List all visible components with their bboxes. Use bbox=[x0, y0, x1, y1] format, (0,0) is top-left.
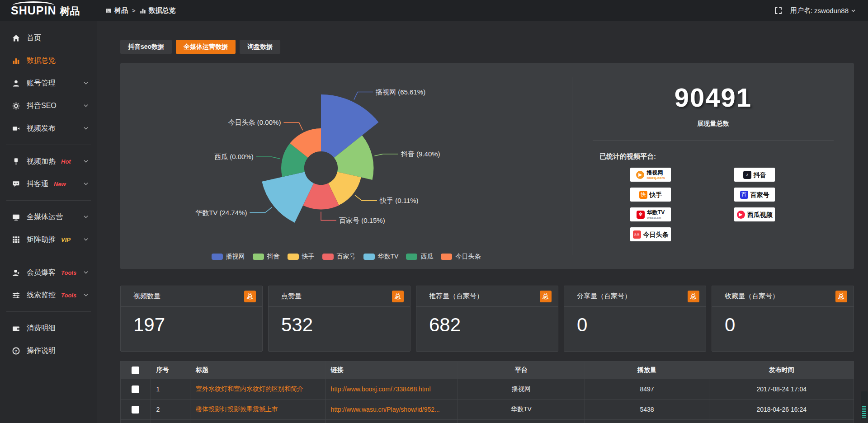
sidebar-item-chat[interactable]: 抖客通New bbox=[0, 173, 97, 195]
stat-card-header: 视频数量总 bbox=[121, 286, 262, 307]
platform-texts: 快手 bbox=[650, 192, 662, 198]
row-platform-cell: 华数TV bbox=[458, 400, 585, 420]
video-icon bbox=[12, 125, 20, 132]
chevron-down-icon bbox=[83, 125, 89, 132]
chevron-down-icon bbox=[83, 158, 89, 164]
pie-slice-4[interactable] bbox=[262, 172, 314, 223]
sidebar-item-label: 抖音SEO bbox=[27, 101, 57, 111]
row-index-cell: 2 bbox=[151, 400, 190, 420]
floating-widget[interactable] bbox=[861, 391, 868, 420]
tab-2[interactable]: 询盘数据 bbox=[240, 40, 280, 54]
sidebar-badge-hot: Hot bbox=[61, 158, 71, 165]
home-icon bbox=[12, 34, 20, 42]
platform-name: 西瓜视频 bbox=[747, 212, 773, 218]
stat-card-0: 视频数量总197 bbox=[120, 286, 263, 352]
platform-badge-wasu: ✻华数TVwasu.cn bbox=[630, 207, 671, 221]
legend-item-2[interactable]: 快手 bbox=[288, 253, 315, 261]
rose-pie-chart: 播视网 (65.61%)抖音 (9.40%)快手 (0.11%)百家号 (0.1… bbox=[120, 63, 572, 269]
legend-label: 快手 bbox=[302, 253, 315, 261]
stat-card-label: 点赞量 bbox=[281, 292, 302, 301]
platform-name: 播视网 bbox=[646, 170, 663, 175]
sidebar-item-member[interactable]: 会员爆客Tools bbox=[0, 261, 97, 284]
chevron-down-icon bbox=[83, 292, 89, 298]
platform-badge-kuaishou: 快快手 bbox=[630, 188, 671, 202]
tab-0[interactable]: 抖音seo数据 bbox=[120, 40, 172, 54]
row-checkbox-cell bbox=[121, 420, 151, 423]
sidebar-item-user[interactable]: 账号管理 bbox=[0, 72, 97, 94]
sidebar-item-wallet[interactable]: 消费明细 bbox=[0, 317, 97, 339]
fullscreen-icon[interactable] bbox=[774, 7, 782, 14]
sidebar-item-chart[interactable]: 数据总览 bbox=[0, 49, 97, 72]
impressions-caption: 展现量总数 bbox=[572, 120, 854, 128]
heat-icon bbox=[12, 158, 20, 165]
sidebar-item-label: 操作说明 bbox=[27, 346, 56, 356]
video-url-link[interactable]: http://www.wasu.cn/Play/show/id/952... bbox=[331, 406, 440, 413]
sidebar-item-question[interactable]: ?操作说明 bbox=[0, 339, 97, 362]
username: zswodun88 bbox=[814, 7, 849, 14]
sidebar-item-grid[interactable]: 矩阵助推VIP bbox=[0, 228, 97, 251]
pie-label-1: 抖音 (9.40%) bbox=[401, 150, 440, 158]
sidebar-item-home[interactable]: 首页 bbox=[0, 27, 97, 49]
platform-name: 抖音 bbox=[754, 172, 766, 178]
topbar-right: 用户名: zswodun88 bbox=[774, 6, 868, 15]
impressions-total: 90491 bbox=[572, 82, 854, 113]
legend-item-3[interactable]: 百家号 bbox=[322, 253, 356, 261]
pie-label-line-6 bbox=[283, 122, 302, 130]
sidebar-item-monitor[interactable]: 全媒体运营 bbox=[0, 206, 97, 228]
sidebar-item-gear[interactable]: 抖音SEO bbox=[0, 94, 97, 117]
legend-chip bbox=[212, 254, 223, 260]
table-header-4: 平台 bbox=[458, 362, 585, 379]
row-link-cell bbox=[325, 420, 458, 423]
platform-badge-toutiao: 头条今日头条 bbox=[630, 227, 671, 241]
legend-item-5[interactable]: 西瓜 bbox=[406, 253, 433, 261]
stat-card-label: 收藏量（百家号） bbox=[725, 292, 779, 301]
sidebar-item-label: 视频加热 bbox=[27, 157, 56, 166]
row-plays-cell: 8497 bbox=[585, 379, 709, 400]
row-checkbox-cell bbox=[121, 379, 151, 400]
table-header-6: 发布时间 bbox=[709, 362, 854, 379]
row-plays-cell: 5438 bbox=[585, 400, 709, 420]
breadcrumb-current[interactable]: 数据总览 bbox=[140, 6, 176, 15]
sidebar-badge-tools: Tools bbox=[61, 292, 76, 299]
legend-item-4[interactable]: 华数TV bbox=[363, 253, 399, 261]
sidebar-item-label: 会员爆客 bbox=[27, 268, 56, 277]
platform-name: 快手 bbox=[650, 192, 662, 198]
video-url-link[interactable]: http://www.boosj.com/7338468.html bbox=[331, 385, 431, 393]
platforms-label: 已统计的视频平台: bbox=[599, 152, 854, 161]
platform-texts: 西瓜视频 bbox=[747, 212, 773, 218]
pie-label-0: 播视网 (65.61%) bbox=[375, 88, 425, 96]
platform-texts: 华数TVwasu.cn bbox=[647, 210, 665, 220]
grid-icon bbox=[12, 236, 20, 244]
platform-name: 百家号 bbox=[750, 192, 769, 198]
select-all-checkbox[interactable] bbox=[132, 367, 139, 374]
pie-label-line-5 bbox=[256, 157, 280, 159]
row-checkbox[interactable] bbox=[132, 406, 139, 414]
stat-card-value: 532 bbox=[269, 307, 410, 336]
sidebar: 首页数据总览账号管理抖音SEO视频发布视频加热Hot抖客通New全媒体运营矩阵助… bbox=[0, 21, 97, 423]
pie-label-line-4 bbox=[250, 207, 272, 213]
video-title-link[interactable]: 室外水纹灯和室内水纹灯的区别和简介 bbox=[196, 385, 303, 392]
stat-card-header: 推荐量（百家号）总 bbox=[416, 286, 558, 307]
sidebar-item-label: 消费明细 bbox=[27, 324, 56, 333]
sidebar-item-label: 全媒体运营 bbox=[27, 212, 63, 222]
platform-column-1: ▶播视网boosj.com快快手✻华数TVwasu.cn头条今日头条 bbox=[630, 168, 671, 241]
table-header-0 bbox=[121, 362, 151, 379]
legend-chip bbox=[406, 254, 417, 260]
legend-label: 播视网 bbox=[226, 253, 245, 261]
kuaishou-logo-icon: 快 bbox=[639, 191, 647, 199]
chat-icon bbox=[12, 180, 20, 188]
sidebar-item-heat[interactable]: 视频加热Hot bbox=[0, 150, 97, 173]
stat-card-header: 分享量（百家号）总 bbox=[564, 286, 706, 307]
legend-item-0[interactable]: 播视网 bbox=[212, 253, 245, 261]
wallet-icon bbox=[12, 324, 20, 332]
breadcrumb-root[interactable]: 树品 bbox=[105, 6, 128, 15]
legend-item-6[interactable]: 今日头条 bbox=[441, 253, 481, 261]
user-menu[interactable]: 用户名: zswodun88 bbox=[790, 6, 856, 15]
tab-1[interactable]: 全媒体运营数据 bbox=[176, 40, 236, 54]
sidebar-item-video[interactable]: 视频发布 bbox=[0, 117, 97, 140]
row-checkbox[interactable] bbox=[132, 385, 139, 393]
sidebar-item-sliders[interactable]: 线索监控Tools bbox=[0, 284, 97, 306]
video-title-link[interactable]: 楼体投影灯投影效果震撼上市 bbox=[196, 405, 278, 413]
legend-item-1[interactable]: 抖音 bbox=[253, 253, 280, 261]
table-row bbox=[121, 420, 854, 423]
